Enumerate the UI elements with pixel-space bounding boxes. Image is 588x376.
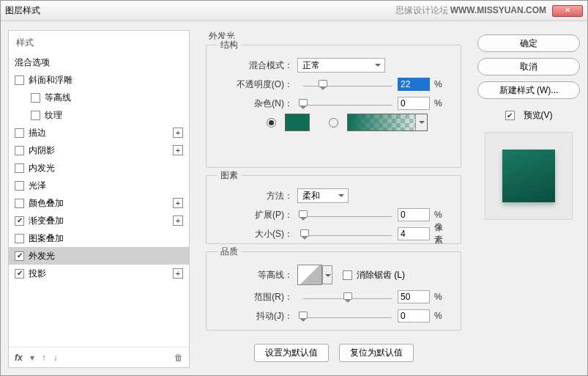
range-input[interactable]: 50 xyxy=(398,290,430,303)
checkbox[interactable] xyxy=(15,199,24,208)
list-item-pattern-overlay[interactable]: 图案叠加 xyxy=(9,229,189,247)
jitter-input[interactable]: 0 xyxy=(398,309,430,322)
add-icon[interactable]: + xyxy=(173,268,183,279)
elements-title: 图素 xyxy=(217,169,241,182)
move-down-icon[interactable]: ↓ xyxy=(53,353,58,363)
styles-list: 样式 混合选项 斜面和浮雕 等高线 纹理 描边+ 内阴影+ 内发光 光泽 颜色叠… xyxy=(8,30,190,368)
new-style-button[interactable]: 新建样式 (W)... xyxy=(477,81,580,99)
list-item-inner-glow[interactable]: 内发光 xyxy=(9,159,189,177)
checkbox[interactable] xyxy=(15,216,24,226)
gradient-radio[interactable] xyxy=(329,118,338,128)
size-input[interactable]: 4 xyxy=(398,227,430,240)
list-item-color-overlay[interactable]: 颜色叠加+ xyxy=(9,194,189,212)
opacity-label: 不透明度(O)： xyxy=(217,78,297,91)
range-label: 范围(R)： xyxy=(217,291,297,303)
spread-label: 扩展(P)： xyxy=(217,209,297,221)
checkbox[interactable] xyxy=(31,111,40,120)
preview-box xyxy=(485,132,573,220)
watermark: 思缘设计论坛 WWW.MISSYUAN.COM xyxy=(395,4,546,17)
quality-title: 品质 xyxy=(217,246,241,258)
spread-input[interactable]: 0 xyxy=(398,208,430,221)
jitter-slider[interactable] xyxy=(303,309,392,322)
structure-group: 混合模式： 正常 不透明度(O)： 22 % 杂色(N)： 0 % xyxy=(206,45,461,168)
checkbox[interactable] xyxy=(15,269,24,279)
list-item-contour[interactable]: 等高线 xyxy=(9,89,189,106)
cancel-button[interactable]: 取消 xyxy=(477,58,580,75)
color-swatch[interactable] xyxy=(285,114,310,131)
checkbox[interactable] xyxy=(15,234,24,243)
checkbox[interactable] xyxy=(15,251,24,261)
make-default-button[interactable]: 设置为默认值 xyxy=(254,344,329,362)
list-item-texture[interactable]: 纹理 xyxy=(9,106,189,124)
styles-footer: fx▾ ↑ ↓ 🗑 xyxy=(9,347,189,367)
size-slider[interactable] xyxy=(303,227,392,240)
antialias-checkbox[interactable] xyxy=(343,270,352,280)
gradient-swatch[interactable] xyxy=(347,114,428,131)
color-radio[interactable] xyxy=(267,118,276,128)
ok-button[interactable]: 确定 xyxy=(477,34,580,52)
technique-select[interactable]: 柔和 xyxy=(297,188,349,203)
checkbox[interactable] xyxy=(15,163,24,173)
list-item-inner-shadow[interactable]: 内阴影+ xyxy=(9,141,189,159)
settings-panel: 外发光 结构 混合模式： 正常 不透明度(O)： 22 % xyxy=(196,30,472,368)
titlebar: 图层样式 思缘设计论坛 WWW.MISSYUAN.COM ✕ xyxy=(1,1,587,21)
blend-mode-label: 混合模式： xyxy=(217,59,297,72)
noise-slider[interactable] xyxy=(303,97,392,110)
close-button[interactable]: ✕ xyxy=(552,5,583,17)
move-up-icon[interactable]: ↑ xyxy=(42,353,46,363)
noise-label: 杂色(N)： xyxy=(217,97,297,110)
window-title: 图层样式 xyxy=(5,4,40,17)
size-label: 大小(S)： xyxy=(217,228,297,240)
add-icon[interactable]: + xyxy=(173,198,183,208)
opacity-input[interactable]: 22 xyxy=(398,78,430,91)
preview-label: 预览(V) xyxy=(524,109,553,122)
jitter-label: 抖动(J)： xyxy=(217,310,297,322)
checkbox[interactable] xyxy=(31,93,40,103)
list-item-bevel[interactable]: 斜面和浮雕 xyxy=(9,71,189,89)
blend-mode-select[interactable]: 正常 xyxy=(297,58,385,73)
add-icon[interactable]: + xyxy=(173,145,183,155)
spread-slider[interactable] xyxy=(303,208,392,221)
reset-default-button[interactable]: 复位为默认值 xyxy=(339,344,414,362)
chevron-down-icon[interactable] xyxy=(415,114,427,130)
blending-options-row[interactable]: 混合选项 xyxy=(9,54,189,71)
contour-picker[interactable] xyxy=(297,265,322,285)
range-slider[interactable] xyxy=(303,290,392,303)
contour-label: 等高线： xyxy=(217,269,297,281)
list-item-drop-shadow[interactable]: 投影+ xyxy=(9,265,189,282)
checkbox[interactable] xyxy=(15,146,24,155)
layer-style-dialog: 图层样式 思缘设计论坛 WWW.MISSYUAN.COM ✕ 样式 混合选项 斜… xyxy=(0,0,588,376)
styles-heading[interactable]: 样式 xyxy=(9,31,189,54)
opacity-slider[interactable] xyxy=(303,78,392,91)
add-icon[interactable]: + xyxy=(173,128,183,138)
checkbox[interactable] xyxy=(15,75,24,85)
antialias-label: 消除锯齿 (L) xyxy=(357,269,405,281)
checkbox[interactable] xyxy=(15,128,24,138)
structure-title: 结构 xyxy=(217,39,241,51)
list-item-gradient-overlay[interactable]: 渐变叠加+ xyxy=(9,212,189,229)
preview-checkbox[interactable] xyxy=(505,111,515,120)
noise-input[interactable]: 0 xyxy=(398,97,430,110)
quality-group: 等高线： 消除锯齿 (L) 范围(R)： 50 % 抖动(J)： xyxy=(206,251,461,331)
checkbox[interactable] xyxy=(15,181,24,191)
add-icon[interactable]: + xyxy=(173,215,183,226)
elements-group: 方法： 柔和 扩展(P)： 0 % 大小(S)： 4 像素 xyxy=(206,175,461,244)
technique-label: 方法： xyxy=(217,190,297,202)
list-item-stroke[interactable]: 描边+ xyxy=(9,124,189,141)
list-item-satin[interactable]: 光泽 xyxy=(9,177,189,194)
list-item-outer-glow[interactable]: 外发光 xyxy=(9,247,189,265)
preview-swatch xyxy=(502,150,555,202)
action-panel: 确定 取消 新建样式 (W)... 预览(V) xyxy=(477,30,580,368)
fx-menu-icon[interactable]: fx xyxy=(15,353,23,363)
trash-icon[interactable]: 🗑 xyxy=(174,353,183,363)
chevron-down-icon[interactable] xyxy=(322,265,332,284)
